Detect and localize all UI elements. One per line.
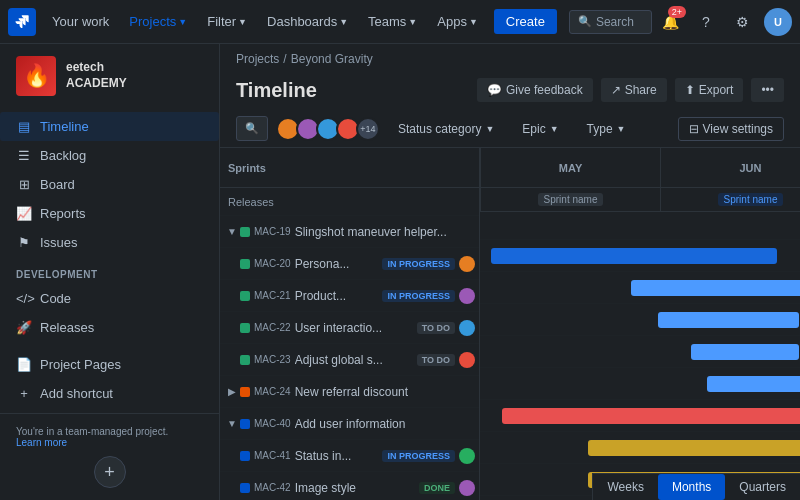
user-avatar[interactable]: U	[764, 8, 792, 36]
more-options-button[interactable]: •••	[751, 78, 784, 102]
avatar	[459, 448, 475, 464]
reports-icon: 📈	[16, 206, 32, 221]
item-color	[240, 259, 250, 269]
status-badge: DONE	[419, 482, 455, 494]
toolbar-right: ⊟ View settings	[678, 117, 784, 141]
avatar	[459, 288, 475, 304]
avatar	[459, 352, 475, 368]
list-item[interactable]: ▼ MAC-40 Add user information	[220, 408, 479, 440]
nav-your-work[interactable]: Your work	[44, 10, 117, 33]
sidebar-item-board[interactable]: ⊞ Board	[0, 170, 219, 199]
sidebar-item-issues[interactable]: ⚑ Issues	[0, 228, 219, 257]
help-icon: ?	[702, 14, 710, 30]
sprint-cell-2: Sprint name	[660, 188, 800, 211]
list-item[interactable]: MAC-41 Status in... IN PROGRESS	[220, 440, 479, 472]
item-color	[240, 387, 250, 397]
notification-badge: 2+	[668, 6, 686, 18]
view-settings-button[interactable]: ⊟ View settings	[678, 117, 784, 141]
gantt-row-mac19	[480, 240, 800, 272]
sidebar-item-project-pages[interactable]: 📄 Project Pages	[0, 350, 219, 379]
add-button[interactable]: +	[94, 456, 126, 488]
brand-name: eetechACADEMY	[66, 60, 127, 91]
timeline-icon: ▤	[16, 119, 32, 134]
sidebar-item-reports[interactable]: 📈 Reports	[0, 199, 219, 228]
give-feedback-button[interactable]: 💬 Give feedback	[477, 78, 593, 102]
gantt-area: MAY JUN JUL Sprint name Sprint name	[480, 148, 800, 500]
list-item[interactable]: MAC-22 User interactio... TO DO	[220, 312, 479, 344]
sidebar-item-add-shortcut[interactable]: + Add shortcut	[0, 379, 219, 408]
month-may: MAY	[480, 148, 660, 187]
list-item[interactable]: MAC-23 Adjust global s... TO DO	[220, 344, 479, 376]
list-item[interactable]: MAC-20 Persona... IN PROGRESS	[220, 248, 479, 280]
expand-icon[interactable]: ▼	[224, 224, 240, 240]
toolbar-search[interactable]: 🔍	[236, 116, 268, 141]
status-badge: IN PROGRESS	[382, 290, 455, 302]
gantt-bar-mac22	[691, 344, 799, 360]
list-item[interactable]: MAC-42 Image style DONE	[220, 472, 479, 500]
months-button[interactable]: Months	[658, 474, 725, 500]
top-navigation: Your work Projects ▼ Filter ▼ Dashboards…	[0, 0, 800, 44]
type-filter[interactable]: Type ▼	[577, 118, 636, 140]
quarters-button[interactable]: Quarters	[725, 474, 800, 500]
settings-button[interactable]: ⚙	[728, 8, 756, 36]
timeline-item-list: Sprints Releases ▼ MAC-19 Slingshot mane…	[220, 148, 480, 500]
sidebar: 🔥 eetechACADEMY ▤ Timeline ☰ Backlog ⊞ B…	[0, 44, 220, 500]
nav-projects[interactable]: Projects ▼	[121, 10, 195, 33]
help-button[interactable]: ?	[692, 8, 720, 36]
nav-filter[interactable]: Filter ▼	[199, 10, 255, 33]
weeks-button[interactable]: Weeks	[593, 474, 657, 500]
pages-icon: 📄	[16, 357, 32, 372]
toolbar: 🔍 +14 Status category ▼ Epic ▼ Type ▼	[220, 110, 800, 148]
learn-more-link[interactable]: Learn more	[16, 437, 67, 448]
nav-apps[interactable]: Apps ▼	[429, 10, 486, 33]
avatar-group[interactable]: +14	[276, 117, 380, 141]
feedback-icon: 💬	[487, 83, 502, 97]
share-button[interactable]: ↗ Share	[601, 78, 667, 102]
settings-sliders-icon: ⊟	[689, 122, 699, 136]
status-category-filter[interactable]: Status category ▼	[388, 118, 504, 140]
nav-right-area: 🔔 2+ ? ⚙ U	[656, 8, 792, 36]
breadcrumb-projects[interactable]: Projects	[236, 52, 279, 66]
export-button[interactable]: ⬆ Export	[675, 78, 744, 102]
expand-icon[interactable]: ▶	[224, 384, 240, 400]
chevron-down-icon: ▼	[238, 17, 247, 27]
item-color	[240, 483, 250, 493]
search-icon: 🔍	[578, 15, 592, 28]
list-item[interactable]: ▼ MAC-19 Slingshot maneuver helper...	[220, 216, 479, 248]
main-content: Projects / Beyond Gravity Timeline 💬 Giv…	[220, 44, 800, 500]
chevron-down-icon: ▼	[178, 17, 187, 27]
export-icon: ⬆	[685, 83, 695, 97]
brand-icon: 🔥	[23, 63, 50, 89]
item-color	[240, 355, 250, 365]
search-box[interactable]: 🔍 Search	[569, 10, 652, 34]
sprints-header: Sprints	[220, 148, 479, 188]
ellipsis-icon: •••	[761, 83, 774, 97]
gear-icon: ⚙	[736, 14, 749, 30]
gantt-bar-mac24	[502, 408, 800, 424]
team-managed-text: You're in a team-managed project.	[16, 426, 203, 437]
breadcrumb-beyond-gravity[interactable]: Beyond Gravity	[291, 52, 373, 66]
nav-dashboards[interactable]: Dashboards ▼	[259, 10, 356, 33]
share-icon: ↗	[611, 83, 621, 97]
chevron-down-icon: ▼	[469, 17, 478, 27]
list-item[interactable]: MAC-21 Product... IN PROGRESS	[220, 280, 479, 312]
sidebar-item-code[interactable]: </> Code	[0, 284, 219, 313]
sidebar-item-timeline[interactable]: ▤ Timeline	[0, 112, 219, 141]
notifications-button[interactable]: 🔔 2+	[656, 8, 684, 36]
gantt-releases-row	[480, 212, 800, 240]
chevron-down-icon: ▼	[485, 124, 494, 134]
sidebar-item-releases[interactable]: 🚀 Releases	[0, 313, 219, 342]
releases-icon: 🚀	[16, 320, 32, 335]
list-item[interactable]: ▶ MAC-24 New referral discount	[220, 376, 479, 408]
avatar	[459, 320, 475, 336]
avatar	[459, 256, 475, 272]
sidebar-item-backlog[interactable]: ☰ Backlog	[0, 141, 219, 170]
create-button[interactable]: Create	[494, 9, 557, 34]
time-controls: Weeks Months Quarters	[592, 473, 800, 500]
epic-filter[interactable]: Epic ▼	[512, 118, 568, 140]
avatar	[459, 480, 475, 496]
nav-teams[interactable]: Teams ▼	[360, 10, 425, 33]
expand-icon[interactable]: ▼	[224, 416, 240, 432]
gantt-row-mac21	[480, 304, 800, 336]
avatar-overflow-count[interactable]: +14	[356, 117, 380, 141]
